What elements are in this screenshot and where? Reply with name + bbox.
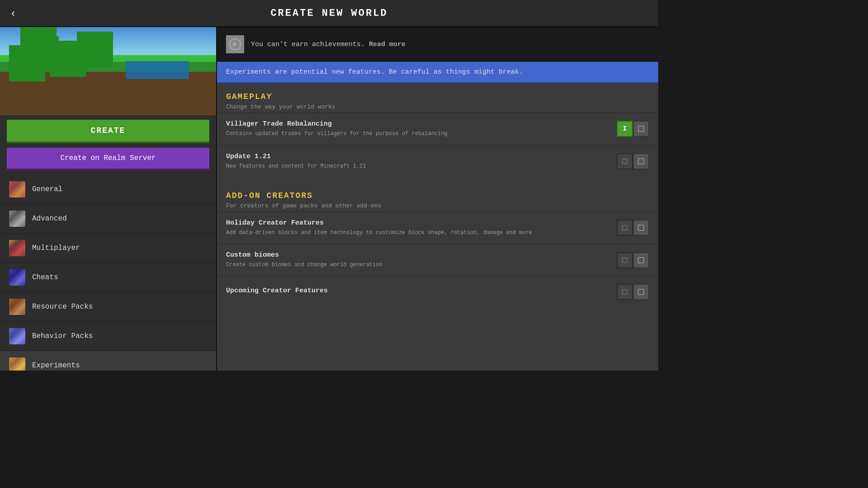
world-preview — [0, 27, 216, 115]
update-121-toggle[interactable] — [617, 153, 649, 169]
achievement-text: You can't earn achievements. Read more — [251, 41, 406, 48]
update-121-desc: New features and content for Minecraft 1… — [226, 163, 608, 170]
update-121-info: Update 1.21 New features and content for… — [226, 153, 608, 170]
sidebar-label-advanced: Advanced — [32, 215, 67, 223]
sidebar-item-advanced[interactable]: Advanced — [0, 204, 216, 234]
toggle-off-square-2 — [638, 158, 644, 164]
read-more-link[interactable]: Read more — [369, 41, 406, 48]
biomes-toggle-left[interactable] — [617, 252, 633, 268]
sidebar-label-multiplayer: Multiplayer — [32, 244, 80, 252]
feature-custom-biomes: Custom biomes Create custom biomes and c… — [217, 244, 658, 276]
biomes-toggle-right[interactable] — [633, 252, 649, 268]
toggle-inactive-left[interactable] — [617, 153, 633, 169]
tree-top — [20, 27, 57, 54]
feature-holiday-creator: Holiday Creator Features Add data-driven… — [217, 211, 658, 244]
biomes-toggle-square — [638, 257, 644, 263]
page-title: CREATE NEW WORLD — [270, 8, 387, 19]
sidebar-label-resource-packs: Resource Packs — [32, 303, 93, 311]
sidebar-item-resource-packs[interactable]: Resource Packs — [0, 292, 216, 322]
content-area: You can't earn achievements. Read more E… — [217, 27, 658, 371]
general-icon — [9, 181, 25, 197]
toggle-off-square — [638, 126, 644, 132]
gameplay-title: GAMEPLAY — [226, 92, 649, 101]
addon-creators-subtitle: For creators of game packs and other add… — [226, 202, 649, 209]
holiday-creator-toggle[interactable] — [617, 220, 649, 236]
toggle-on-button[interactable]: I — [617, 121, 633, 137]
content-scroll: GAMEPLAY Change the way your world works… — [217, 83, 658, 371]
toggle-off-button[interactable] — [633, 121, 649, 137]
nav-items: General Advanced Multiplayer Cheats Reso… — [0, 175, 216, 371]
sidebar-item-behavior-packs[interactable]: Behavior Packs — [0, 322, 216, 351]
sidebar: CREATE Create on Realm Server General Ad… — [0, 27, 217, 371]
behavior-packs-icon — [9, 328, 25, 344]
holiday-creator-desc: Add data-driven blocks and item technolo… — [226, 229, 608, 237]
addon-creators-section-header: ADD-ON CREATORS For creators of game pac… — [217, 182, 658, 211]
sidebar-label-experiments: Experiments — [32, 361, 80, 370]
feature-upcoming-creator: Upcoming Creator Features — [217, 276, 658, 307]
experiment-info-banner: Experiments are potential new features. … — [217, 62, 658, 83]
experiments-icon — [9, 357, 25, 371]
gameplay-subtitle: Change the way your world works — [226, 103, 649, 110]
gameplay-section-header: GAMEPLAY Change the way your world works — [217, 83, 658, 113]
advanced-icon — [9, 211, 25, 227]
addon-creators-title: ADD-ON CREATORS — [226, 191, 649, 200]
custom-biomes-toggle[interactable] — [617, 252, 649, 268]
multiplayer-icon — [9, 240, 25, 256]
custom-biomes-desc: Create custom biomes and change world ge… — [226, 261, 608, 269]
holiday-toggle-square — [638, 225, 644, 231]
feature-update-121: Update 1.21 New features and content for… — [217, 145, 658, 178]
villager-trade-desc: Contains updated trades for villagers fo… — [226, 130, 608, 138]
achievement-icon — [226, 35, 244, 53]
sidebar-item-general[interactable]: General — [0, 175, 216, 204]
cheats-icon — [9, 269, 25, 286]
villager-trade-toggle[interactable]: I — [617, 121, 649, 137]
main-layout: CREATE Create on Realm Server General Ad… — [0, 27, 658, 371]
create-button[interactable]: CREATE — [7, 120, 209, 143]
sidebar-label-behavior-packs: Behavior Packs — [32, 332, 93, 340]
realm-button[interactable]: Create on Realm Server — [7, 148, 209, 170]
upcoming-toggle-square — [638, 289, 644, 295]
holiday-toggle-left[interactable] — [617, 220, 633, 236]
header: ‹ CREATE NEW WORLD — [0, 0, 658, 27]
upcoming-toggle-left[interactable] — [617, 284, 633, 300]
sidebar-item-cheats[interactable]: Cheats — [0, 263, 216, 292]
holiday-toggle-right[interactable] — [633, 220, 649, 236]
upcoming-toggle-right[interactable] — [633, 284, 649, 300]
sidebar-item-multiplayer[interactable]: Multiplayer — [0, 234, 216, 263]
villager-trade-info: Villager Trade Rebalancing Contains upda… — [226, 120, 608, 138]
toggle-inactive-right[interactable] — [633, 153, 649, 169]
sidebar-item-experiments[interactable]: Experiments — [0, 351, 216, 371]
upcoming-creator-info: Upcoming Creator Features — [226, 287, 608, 297]
water-area — [126, 61, 189, 79]
custom-biomes-name: Custom biomes — [226, 251, 608, 259]
achievement-warning-bar: You can't earn achievements. Read more — [217, 27, 658, 62]
villager-trade-name: Villager Trade Rebalancing — [226, 120, 608, 128]
upcoming-creator-toggle[interactable] — [617, 284, 649, 300]
holiday-creator-info: Holiday Creator Features Add data-driven… — [226, 219, 608, 237]
sidebar-label-cheats: Cheats — [32, 273, 58, 282]
feature-villager-trade: Villager Trade Rebalancing Contains upda… — [217, 113, 658, 145]
upcoming-creator-name: Upcoming Creator Features — [226, 287, 608, 295]
tree-trunk — [36, 47, 42, 70]
holiday-creator-name: Holiday Creator Features — [226, 219, 608, 227]
back-button[interactable]: ‹ — [9, 5, 17, 22]
sidebar-label-general: General — [32, 185, 62, 193]
update-121-name: Update 1.21 — [226, 153, 608, 160]
custom-biomes-info: Custom biomes Create custom biomes and c… — [226, 251, 608, 269]
resource-packs-icon — [9, 299, 25, 315]
